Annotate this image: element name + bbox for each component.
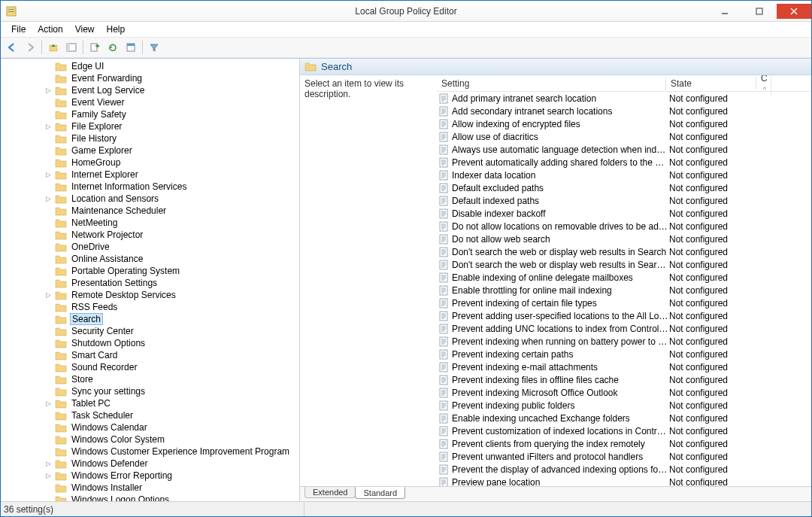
settings-list[interactable]: Setting State C ^ Add primary intranet s… bbox=[437, 75, 811, 486]
tree-item[interactable]: ▷File Explorer bbox=[1, 120, 299, 132]
setting-row[interactable]: Prevent indexing certain pathsNot config… bbox=[437, 348, 811, 360]
back-button[interactable] bbox=[4, 39, 20, 56]
setting-row[interactable]: Allow use of diacriticsNot configured bbox=[437, 130, 811, 143]
tree-item[interactable]: RSS Feeds bbox=[1, 301, 299, 313]
setting-row[interactable]: Preview pane locationNot configured bbox=[437, 476, 811, 486]
filter-button[interactable] bbox=[146, 39, 162, 56]
tree-item[interactable]: ▷Windows Error Reporting bbox=[1, 470, 299, 482]
setting-row[interactable]: Prevent adding user-specified locations … bbox=[437, 309, 811, 322]
setting-row[interactable]: Disable indexer backoffNot configured bbox=[437, 207, 811, 220]
minimize-button[interactable] bbox=[707, 4, 742, 19]
setting-row[interactable]: Prevent indexing of certain file typesNo… bbox=[437, 297, 811, 309]
setting-row[interactable]: Do not allow web searchNot configured bbox=[437, 233, 811, 245]
setting-row[interactable]: Don't search the web or display web resu… bbox=[437, 258, 811, 271]
expand-icon[interactable]: ▷ bbox=[46, 87, 55, 94]
expand-icon[interactable]: ▷ bbox=[46, 171, 55, 178]
tree-item[interactable]: Event Viewer bbox=[1, 96, 299, 108]
tree-item[interactable]: Search bbox=[1, 313, 299, 325]
tab-standard[interactable]: Standard bbox=[355, 487, 405, 499]
expand-icon[interactable]: ▷ bbox=[46, 472, 55, 479]
tree-item[interactable]: Windows Color System bbox=[1, 433, 299, 446]
menu-action[interactable]: Action bbox=[32, 23, 68, 36]
setting-row[interactable]: Enable throttling for online mail indexi… bbox=[437, 284, 811, 297]
tree-item[interactable]: Online Assistance bbox=[1, 253, 299, 265]
tree-item[interactable]: Windows Installer bbox=[1, 482, 299, 494]
setting-row[interactable]: Prevent clients from querying the index … bbox=[437, 437, 811, 450]
tree-item[interactable]: Windows Customer Experience Improvement … bbox=[1, 446, 299, 458]
show-hide-tree-button[interactable] bbox=[63, 39, 80, 56]
setting-row[interactable]: Prevent indexing when running on battery… bbox=[437, 335, 811, 348]
menu-help[interactable]: Help bbox=[101, 23, 132, 36]
tree-item[interactable]: ▷Event Log Service bbox=[1, 84, 299, 96]
setting-row[interactable]: Prevent unwanted iFilters and protocol h… bbox=[437, 450, 811, 463]
properties-button[interactable] bbox=[123, 39, 139, 56]
tree-item[interactable]: Game Explorer bbox=[1, 144, 299, 157]
menu-file[interactable]: File bbox=[5, 23, 32, 36]
setting-row[interactable]: Enable indexing of online delegate mailb… bbox=[437, 271, 811, 284]
tree-item[interactable]: ▷Windows Defender bbox=[1, 458, 299, 470]
tree-item[interactable]: Sound Recorder bbox=[1, 361, 299, 373]
forward-button[interactable] bbox=[22, 39, 38, 56]
tab-extended[interactable]: Extended bbox=[304, 487, 356, 498]
tree-item[interactable]: OneDrive bbox=[1, 241, 299, 253]
tree-item[interactable]: Shutdown Options bbox=[1, 337, 299, 349]
tree-item[interactable]: Windows Logon Options bbox=[1, 494, 299, 501]
setting-row[interactable]: Add secondary intranet search locationsN… bbox=[437, 105, 811, 117]
tree-item[interactable]: Edge UI bbox=[1, 60, 299, 72]
setting-row[interactable]: Prevent indexing e-mail attachmentsNot c… bbox=[437, 360, 811, 373]
setting-row[interactable]: Enable indexing uncached Exchange folder… bbox=[437, 412, 811, 424]
tree-item[interactable]: NetMeeting bbox=[1, 217, 299, 229]
tree-item[interactable]: Event Forwarding bbox=[1, 72, 299, 84]
tree-item[interactable]: Store bbox=[1, 373, 299, 385]
setting-row[interactable]: Prevent customization of indexed locatio… bbox=[437, 424, 811, 437]
tree-item[interactable]: ▷Tablet PC bbox=[1, 397, 299, 409]
setting-row[interactable]: Allow indexing of encrypted filesNot con… bbox=[437, 117, 811, 130]
expand-icon[interactable]: ▷ bbox=[46, 460, 55, 467]
column-comment[interactable]: C ^ bbox=[756, 75, 771, 96]
expand-icon[interactable]: ▷ bbox=[46, 123, 55, 130]
setting-row[interactable]: Prevent adding UNC locations to index fr… bbox=[437, 322, 811, 335]
setting-row[interactable]: Default excluded pathsNot configured bbox=[437, 181, 811, 194]
tree-item[interactable]: Presentation Settings bbox=[1, 277, 299, 289]
setting-row[interactable]: Default indexed pathsNot configured bbox=[437, 194, 811, 207]
tree-item[interactable]: Sync your settings bbox=[1, 385, 299, 397]
tree-item[interactable]: Family Safety bbox=[1, 108, 299, 120]
setting-row[interactable]: Do not allow locations on removable driv… bbox=[437, 220, 811, 233]
tree-panel[interactable]: Edge UIEvent Forwarding▷Event Log Servic… bbox=[1, 59, 300, 501]
setting-row[interactable]: Indexer data locationNot configured bbox=[437, 169, 811, 181]
svg-rect-58 bbox=[440, 209, 447, 218]
refresh-button[interactable] bbox=[105, 39, 121, 56]
maximize-button[interactable] bbox=[742, 4, 777, 19]
column-state[interactable]: State bbox=[666, 77, 756, 90]
column-setting[interactable]: Setting bbox=[437, 77, 666, 90]
tree-item[interactable]: HomeGroup bbox=[1, 157, 299, 169]
setting-row[interactable]: Prevent the display of advanced indexing… bbox=[437, 463, 811, 476]
tree-item[interactable]: ▷Remote Desktop Services bbox=[1, 289, 299, 301]
setting-row[interactable]: Prevent indexing public foldersNot confi… bbox=[437, 399, 811, 412]
setting-row[interactable]: Prevent automatically adding shared fold… bbox=[437, 156, 811, 169]
tree-item[interactable]: File History bbox=[1, 132, 299, 144]
tree-item[interactable]: Smart Card bbox=[1, 349, 299, 361]
tree-item[interactable]: Internet Information Services bbox=[1, 181, 299, 193]
up-button[interactable] bbox=[45, 39, 62, 56]
tree-item[interactable]: Task Scheduler bbox=[1, 409, 299, 421]
tree-item[interactable]: Windows Calendar bbox=[1, 421, 299, 433]
setting-row[interactable]: Prevent indexing files in offline files … bbox=[437, 373, 811, 386]
tree-item[interactable]: ▷Internet Explorer bbox=[1, 169, 299, 181]
expand-icon[interactable]: ▷ bbox=[46, 195, 55, 202]
setting-row[interactable]: Add primary intranet search locationNot … bbox=[437, 92, 811, 105]
export-button[interactable] bbox=[86, 39, 103, 56]
setting-row[interactable]: Prevent indexing Microsoft Office Outloo… bbox=[437, 386, 811, 399]
tree-item[interactable]: Maintenance Scheduler bbox=[1, 205, 299, 217]
close-button[interactable] bbox=[777, 4, 811, 19]
expand-icon[interactable]: ▷ bbox=[46, 400, 55, 407]
setting-row[interactable]: Always use automatic language detection … bbox=[437, 143, 811, 156]
tree-item[interactable]: Portable Operating System bbox=[1, 265, 299, 277]
setting-name: Default indexed paths bbox=[452, 196, 669, 206]
tree-item[interactable]: Security Center bbox=[1, 325, 299, 337]
setting-row[interactable]: Don't search the web or display web resu… bbox=[437, 245, 811, 258]
menu-view[interactable]: View bbox=[69, 23, 101, 36]
tree-item[interactable]: Network Projector bbox=[1, 229, 299, 241]
tree-item[interactable]: ▷Location and Sensors bbox=[1, 193, 299, 205]
expand-icon[interactable]: ▷ bbox=[46, 291, 55, 299]
